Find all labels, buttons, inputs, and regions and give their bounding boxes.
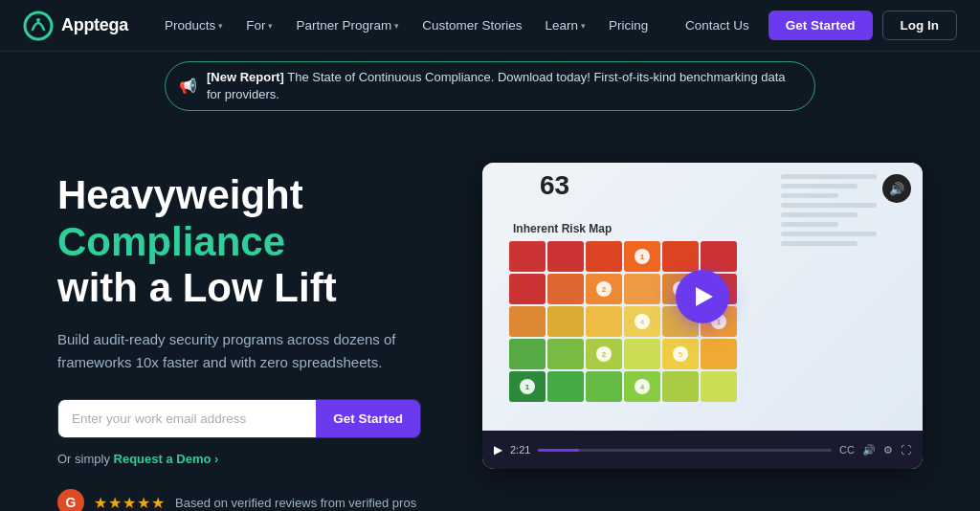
nav-item-for[interactable]: For ▾ [236, 12, 282, 38]
risk-cell [662, 241, 699, 272]
doc-line [781, 222, 838, 227]
risk-cell [701, 339, 737, 369]
progress-bar[interactable] [538, 449, 832, 452]
cc-icon[interactable]: CC [839, 444, 855, 455]
risk-cell [547, 306, 584, 337]
video-controls: ▶ 2:21 CC 🔊 ⚙ ⛶ [482, 431, 923, 469]
email-input[interactable] [58, 400, 316, 437]
progress-fill [538, 449, 579, 452]
doc-line [781, 203, 877, 208]
banner-inner: 📢 [New Report] The State of Continuous C… [165, 61, 815, 111]
risk-cell: 1 [624, 241, 660, 272]
video-content: 63 🔊 Inherent Risk Map 121412514 [482, 163, 923, 431]
chevron-down-icon: ▾ [268, 21, 273, 31]
svg-point-0 [25, 12, 52, 39]
risk-map-label: Inherent Risk Map [513, 222, 612, 235]
logo-text: Apptega [61, 15, 128, 35]
doc-line [781, 174, 877, 179]
score-badge: 63 [540, 170, 569, 201]
get-started-nav-button[interactable]: Get Started [768, 11, 873, 40]
announcement-banner[interactable]: 📢 [New Report] The State of Continuous C… [0, 52, 980, 121]
nav-item-products[interactable]: Products ▾ [155, 12, 233, 38]
risk-cell: 2 [586, 339, 622, 369]
doc-line [781, 232, 877, 236]
nav-item-learn[interactable]: Learn ▾ [536, 12, 596, 38]
logo[interactable]: Apptega [23, 11, 128, 41]
risk-cell [509, 274, 546, 304]
play-button[interactable] [676, 270, 729, 323]
risk-cell: 2 [586, 274, 622, 304]
play-icon [696, 287, 713, 306]
risk-cell [509, 306, 546, 337]
navbar: Apptega Products ▾ For ▾ Partner Program… [0, 0, 980, 52]
risk-cell [701, 241, 737, 272]
login-button[interactable]: Log In [882, 11, 958, 40]
doc-line [781, 193, 838, 198]
settings-icon[interactable]: ⚙ [883, 444, 893, 456]
risk-cell [547, 274, 584, 304]
risk-cell [547, 339, 584, 369]
hero-subtitle: Build audit-ready security programs acro… [57, 328, 402, 374]
hero-left: Heavyweight Compliance with a Low Lift B… [57, 163, 425, 511]
doc-line [781, 241, 858, 246]
reviews-section: G ★★★★★ Based on verified reviews from v… [57, 489, 425, 511]
risk-cell: 5 [662, 339, 699, 369]
risk-cell [586, 371, 622, 402]
doc-preview [781, 174, 877, 251]
video-player[interactable]: 63 🔊 Inherent Risk Map 121412514 [482, 163, 923, 469]
nav-links: Products ▾ For ▾ Partner Program ▾ Custo… [155, 12, 676, 38]
risk-cell [547, 371, 584, 402]
email-cta-button[interactable]: Get Started [316, 400, 420, 437]
fullscreen-icon[interactable]: ⛶ [901, 444, 911, 455]
risk-cell [509, 339, 546, 369]
nav-right: Contact Us Get Started Log In [676, 11, 957, 40]
play-control-icon[interactable]: ▶ [494, 443, 502, 456]
g2-badge: G [57, 489, 84, 511]
sound-icon[interactable]: 🔊 [882, 174, 911, 203]
megaphone-icon: 📢 [179, 78, 197, 95]
risk-cell [509, 241, 546, 272]
doc-line [781, 212, 858, 217]
hero-title: Heavyweight Compliance with a Low Lift [57, 172, 425, 311]
chevron-down-icon: ▾ [394, 21, 399, 31]
risk-cell: 4 [624, 371, 660, 402]
banner-text: [New Report] The State of Continuous Com… [207, 69, 797, 103]
risk-cell [624, 339, 660, 369]
risk-cell [701, 371, 737, 402]
risk-cell [662, 371, 699, 402]
current-time: 2:21 [510, 444, 530, 455]
chevron-down-icon: ▾ [218, 21, 223, 31]
risk-cell: 4 [624, 306, 660, 337]
nav-item-partner[interactable]: Partner Program ▾ [286, 12, 409, 38]
request-demo-link[interactable]: Request a Demo [114, 452, 219, 466]
risk-cell [624, 274, 660, 304]
star-rating: ★★★★★ [94, 494, 166, 511]
svg-point-1 [36, 18, 40, 22]
review-text: Based on verified reviews from verified … [175, 496, 416, 510]
risk-cell: 1 [509, 371, 546, 402]
demo-link-section: Or simply Request a Demo [57, 452, 425, 466]
nav-item-pricing[interactable]: Pricing [599, 12, 657, 38]
nav-item-customer-stories[interactable]: Customer Stories [412, 12, 531, 38]
logo-icon [23, 11, 54, 41]
risk-cell [586, 306, 622, 337]
risk-cell [586, 241, 622, 272]
volume-icon[interactable]: 🔊 [862, 444, 876, 456]
doc-line [781, 184, 858, 189]
risk-cell [547, 241, 584, 272]
contact-us-button[interactable]: Contact Us [676, 12, 759, 38]
control-icons: CC 🔊 ⚙ ⛶ [839, 444, 911, 456]
chevron-down-icon: ▾ [581, 21, 586, 31]
email-form: Get Started [57, 399, 421, 438]
hero-section: Heavyweight Compliance with a Low Lift B… [0, 121, 980, 511]
